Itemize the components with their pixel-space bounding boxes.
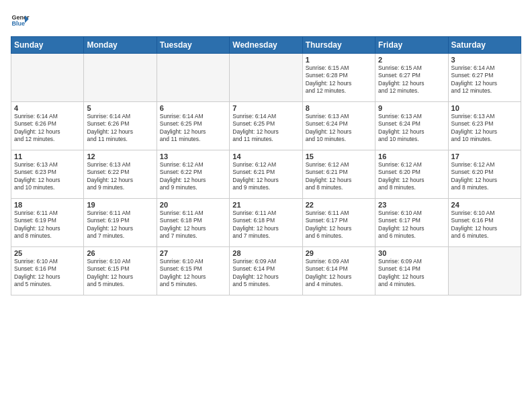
weekday-header-wednesday: Wednesday (230, 37, 302, 54)
day-number: 28 (232, 249, 299, 257)
calendar-cell: 20Sunrise: 6:11 AMSunset: 6:18 PMDayligh… (157, 199, 229, 247)
weekday-header-monday: Monday (84, 37, 157, 54)
logo: General Blue (11, 11, 30, 30)
calendar-cell: 21Sunrise: 6:11 AMSunset: 6:18 PMDayligh… (230, 199, 302, 247)
calendar-cell: 15Sunrise: 6:12 AMSunset: 6:21 PMDayligh… (302, 150, 375, 199)
day-number: 27 (160, 249, 226, 257)
weekday-header-thursday: Thursday (302, 37, 375, 54)
day-number: 29 (306, 249, 372, 257)
weekday-header-tuesday: Tuesday (157, 37, 229, 54)
logo-icon: General Blue (11, 11, 30, 30)
day-info: Sunrise: 6:13 AMSunset: 6:23 PMDaylight:… (451, 113, 518, 144)
calendar-cell: 11Sunrise: 6:13 AMSunset: 6:23 PMDayligh… (11, 150, 84, 199)
calendar-cell: 3Sunrise: 6:14 AMSunset: 6:27 PMDaylight… (448, 54, 521, 102)
calendar-cell: 9Sunrise: 6:13 AMSunset: 6:24 PMDaylight… (375, 102, 448, 150)
calendar-container: General Blue SundayMondayTuesdayWednesda… (0, 0, 532, 301)
day-number: 26 (87, 249, 153, 257)
day-info: Sunrise: 6:15 AMSunset: 6:27 PMDaylight:… (378, 64, 445, 95)
day-info: Sunrise: 6:14 AMSunset: 6:26 PMDaylight:… (14, 113, 81, 144)
day-info: Sunrise: 6:10 AMSunset: 6:15 PMDaylight:… (87, 258, 153, 289)
day-info: Sunrise: 6:13 AMSunset: 6:24 PMDaylight:… (378, 113, 445, 144)
calendar-cell: 25Sunrise: 6:10 AMSunset: 6:16 PMDayligh… (11, 247, 84, 295)
calendar-week-5: 25Sunrise: 6:10 AMSunset: 6:16 PMDayligh… (11, 247, 521, 295)
day-info: Sunrise: 6:09 AMSunset: 6:14 PMDaylight:… (306, 258, 372, 289)
calendar-cell: 5Sunrise: 6:14 AMSunset: 6:26 PMDaylight… (84, 102, 157, 150)
day-number: 13 (160, 152, 226, 161)
calendar-cell: 24Sunrise: 6:10 AMSunset: 6:16 PMDayligh… (448, 199, 521, 247)
day-number: 5 (87, 104, 153, 112)
day-info: Sunrise: 6:15 AMSunset: 6:28 PMDaylight:… (306, 64, 372, 95)
day-number: 23 (378, 201, 445, 209)
calendar-week-1: 1Sunrise: 6:15 AMSunset: 6:28 PMDaylight… (11, 54, 521, 102)
calendar-week-4: 18Sunrise: 6:11 AMSunset: 6:19 PMDayligh… (11, 199, 521, 247)
day-info: Sunrise: 6:10 AMSunset: 6:17 PMDaylight:… (378, 210, 445, 240)
day-info: Sunrise: 6:10 AMSunset: 6:16 PMDaylight:… (451, 210, 518, 240)
calendar-cell (448, 247, 521, 295)
day-number: 14 (232, 152, 299, 161)
calendar-cell: 16Sunrise: 6:12 AMSunset: 6:20 PMDayligh… (375, 150, 448, 199)
day-info: Sunrise: 6:12 AMSunset: 6:20 PMDaylight:… (451, 161, 518, 192)
day-number: 8 (306, 104, 372, 112)
day-info: Sunrise: 6:13 AMSunset: 6:23 PMDaylight:… (14, 161, 81, 192)
day-info: Sunrise: 6:12 AMSunset: 6:20 PMDaylight:… (378, 161, 445, 192)
day-info: Sunrise: 6:13 AMSunset: 6:24 PMDaylight:… (306, 113, 372, 144)
day-number: 22 (306, 201, 372, 209)
weekday-header-friday: Friday (375, 37, 448, 54)
day-number: 25 (14, 249, 81, 257)
day-info: Sunrise: 6:09 AMSunset: 6:14 PMDaylight:… (232, 258, 299, 289)
calendar-cell: 30Sunrise: 6:09 AMSunset: 6:14 PMDayligh… (375, 247, 448, 295)
day-number: 18 (14, 201, 81, 209)
calendar-cell: 7Sunrise: 6:14 AMSunset: 6:25 PMDaylight… (230, 102, 302, 150)
day-info: Sunrise: 6:14 AMSunset: 6:25 PMDaylight:… (232, 113, 299, 144)
calendar-cell: 27Sunrise: 6:10 AMSunset: 6:15 PMDayligh… (157, 247, 229, 295)
day-info: Sunrise: 6:11 AMSunset: 6:18 PMDaylight:… (232, 210, 299, 240)
calendar-cell (84, 54, 157, 102)
day-number: 10 (451, 104, 518, 112)
day-info: Sunrise: 6:11 AMSunset: 6:18 PMDaylight:… (160, 210, 226, 240)
day-info: Sunrise: 6:14 AMSunset: 6:26 PMDaylight:… (87, 113, 153, 144)
day-number: 17 (451, 152, 518, 161)
calendar-cell (230, 54, 302, 102)
calendar-week-2: 4Sunrise: 6:14 AMSunset: 6:26 PMDaylight… (11, 102, 521, 150)
day-number: 12 (87, 152, 153, 161)
svg-text:Blue: Blue (11, 20, 25, 27)
calendar-cell: 26Sunrise: 6:10 AMSunset: 6:15 PMDayligh… (84, 247, 157, 295)
day-number: 6 (160, 104, 226, 112)
calendar-body: 1Sunrise: 6:15 AMSunset: 6:28 PMDaylight… (11, 54, 521, 295)
day-number: 15 (306, 152, 372, 161)
calendar-cell: 14Sunrise: 6:12 AMSunset: 6:21 PMDayligh… (230, 150, 302, 199)
day-number: 9 (378, 104, 445, 112)
day-info: Sunrise: 6:13 AMSunset: 6:22 PMDaylight:… (87, 161, 153, 192)
day-info: Sunrise: 6:11 AMSunset: 6:19 PMDaylight:… (87, 210, 153, 240)
day-info: Sunrise: 6:14 AMSunset: 6:25 PMDaylight:… (160, 113, 226, 144)
calendar-cell: 4Sunrise: 6:14 AMSunset: 6:26 PMDaylight… (11, 102, 84, 150)
day-number: 30 (378, 249, 445, 257)
day-number: 3 (451, 56, 518, 64)
calendar-cell (157, 54, 229, 102)
day-number: 1 (306, 56, 372, 64)
day-info: Sunrise: 6:12 AMSunset: 6:22 PMDaylight:… (160, 161, 226, 192)
day-number: 21 (232, 201, 299, 209)
day-info: Sunrise: 6:10 AMSunset: 6:15 PMDaylight:… (160, 258, 226, 289)
weekday-header-sunday: Sunday (11, 37, 84, 54)
calendar-cell: 22Sunrise: 6:11 AMSunset: 6:17 PMDayligh… (302, 199, 375, 247)
header-row: General Blue (11, 11, 521, 30)
day-number: 24 (451, 201, 518, 209)
calendar-cell: 8Sunrise: 6:13 AMSunset: 6:24 PMDaylight… (302, 102, 375, 150)
calendar-cell: 6Sunrise: 6:14 AMSunset: 6:25 PMDaylight… (157, 102, 229, 150)
calendar-cell: 10Sunrise: 6:13 AMSunset: 6:23 PMDayligh… (448, 102, 521, 150)
calendar-cell: 28Sunrise: 6:09 AMSunset: 6:14 PMDayligh… (230, 247, 302, 295)
calendar-cell: 17Sunrise: 6:12 AMSunset: 6:20 PMDayligh… (448, 150, 521, 199)
calendar-week-3: 11Sunrise: 6:13 AMSunset: 6:23 PMDayligh… (11, 150, 521, 199)
calendar-header: SundayMondayTuesdayWednesdayThursdayFrid… (11, 37, 521, 54)
day-number: 2 (378, 56, 445, 64)
calendar-cell: 1Sunrise: 6:15 AMSunset: 6:28 PMDaylight… (302, 54, 375, 102)
day-info: Sunrise: 6:09 AMSunset: 6:14 PMDaylight:… (378, 258, 445, 289)
day-number: 4 (14, 104, 81, 112)
day-info: Sunrise: 6:12 AMSunset: 6:21 PMDaylight:… (232, 161, 299, 192)
day-info: Sunrise: 6:11 AMSunset: 6:19 PMDaylight:… (14, 210, 81, 240)
day-number: 16 (378, 152, 445, 161)
day-number: 7 (232, 104, 299, 112)
calendar-cell (11, 54, 84, 102)
day-info: Sunrise: 6:12 AMSunset: 6:21 PMDaylight:… (306, 161, 372, 192)
